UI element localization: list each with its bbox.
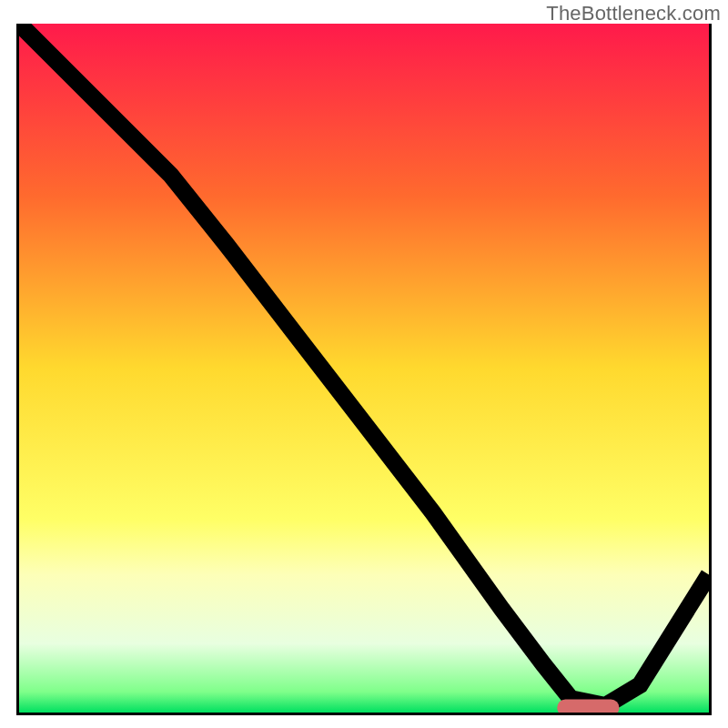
watermark-text: TheBottleneck.com xyxy=(546,2,721,25)
plot-frame xyxy=(16,24,712,715)
chart-container: TheBottleneck.com xyxy=(0,0,728,728)
optimal-range-marker xyxy=(557,700,619,713)
plot-svg xyxy=(19,24,709,713)
